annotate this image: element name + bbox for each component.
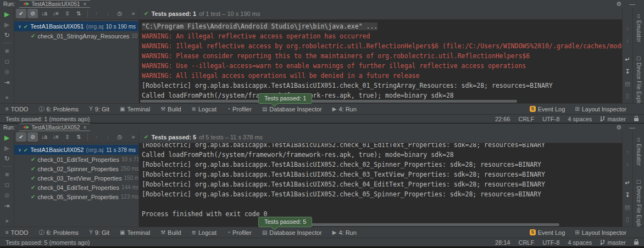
scroll-down-icon[interactable]: ↓ [626, 160, 629, 167]
test-tree-item[interactable]: ✔ check_01_StringArray_Resources 10 s 19… [14, 31, 138, 41]
sort-alphabetically-icon[interactable]: ↓a [39, 132, 49, 142]
clear-console-icon[interactable]: ▯ [626, 92, 629, 99]
test-tree-item[interactable]: ✔ check_05_Spinner_Properties 123 ms [14, 192, 138, 201]
dock-todo[interactable]: ≡ TODO [5, 229, 28, 236]
dump-threads-icon[interactable]: ⇥ [2, 78, 12, 86]
separator[interactable] [87, 10, 88, 18]
indent-setting[interactable]: 4 spaces [568, 239, 592, 246]
test-tree-item[interactable]: ✔ check_01_EditText_Properties 10 s 711 … [14, 155, 138, 164]
dock-run[interactable]: ▶ 4: Run [332, 229, 357, 236]
dock-logcat[interactable]: ≣ Logcat [192, 105, 216, 113]
dock-terminal[interactable]: ▣ Terminal [120, 105, 150, 113]
run-tab[interactable]: TestA1BasicUIX052 × [19, 123, 90, 131]
more-options-icon[interactable]: » [2, 217, 12, 225]
screenshot-icon[interactable]: ◘ [2, 181, 12, 189]
more-options-icon[interactable]: » [2, 94, 12, 102]
stripe-emulator[interactable]: ▯ Emulator [636, 13, 642, 42]
dock-profiler[interactable]: ◔ Profiler [227, 229, 252, 236]
dock-run[interactable]: ▶ 4: Run [332, 105, 357, 113]
dock-profiler[interactable]: ◔ Profiler [227, 105, 252, 113]
toggle-auto-test-icon[interactable]: ↻ [2, 31, 12, 39]
close-tab-icon[interactable]: × [84, 125, 87, 131]
layout-inspector-button[interactable]: ⊞ Layout Inspector [575, 106, 626, 112]
scroll-down-icon[interactable]: ↓ [626, 37, 629, 43]
scroll-up-icon[interactable]: ↑ [626, 25, 629, 32]
stripe-emulator[interactable]: ▯ Emulator [636, 137, 642, 166]
rerun-failed-tests-icon[interactable]: ▶ [2, 21, 12, 29]
chevron-down-icon[interactable]: ∨ [18, 24, 21, 29]
line-separator[interactable]: CRLF [518, 116, 534, 122]
close-tab-icon[interactable]: × [84, 1, 87, 7]
line-separator[interactable]: CRLF [518, 239, 534, 246]
dock-problems[interactable]: ⓘ 6: Problems [38, 105, 79, 113]
separator[interactable] [3, 166, 12, 167]
previous-failed-test-icon[interactable]: ↑ [91, 132, 102, 142]
rerun-failed-tests-icon[interactable]: ▶ [2, 144, 12, 152]
rerun-tests-icon[interactable]: ▶ [2, 134, 12, 142]
collapse-all-icon[interactable]: ⇅ [74, 132, 84, 142]
event-log-button[interactable]: 5 Event Log [530, 106, 565, 112]
git-branch-widget[interactable]: master [600, 116, 626, 122]
horizontal-scrollbar[interactable] [140, 100, 517, 103]
dock-terminal[interactable]: ▣ Terminal [120, 229, 150, 236]
test-tree-root[interactable]: ∨ ✔ TestA1BasicUIX052 (org.aplas.basica … [14, 145, 138, 155]
horizontal-scrollbar[interactable] [308, 223, 559, 226]
dock-logcat[interactable]: ≣ Logcat [192, 229, 216, 236]
scroll-to-end-icon[interactable]: ↧ [625, 191, 630, 199]
more-icon[interactable]: » [128, 9, 138, 18]
lock-icon[interactable] [634, 241, 639, 245]
scroll-up-icon[interactable]: ↑ [626, 149, 629, 155]
next-failed-test-icon[interactable]: ↓ [103, 9, 113, 18]
print-icon[interactable]: ▤ [625, 80, 630, 87]
settings-gear-icon[interactable]: ⚙ [616, 124, 621, 131]
test-tree-item[interactable]: ✔ check_03_TextView_Properties 150 ms [14, 173, 138, 183]
dock-build[interactable]: ⚒ Build [160, 229, 181, 236]
dock-git[interactable]: Y 9: Git [89, 105, 109, 113]
more-icon[interactable]: » [128, 132, 138, 142]
lock-icon[interactable] [634, 118, 639, 121]
console-output[interactable]: [Robolectric] org.aplas.basicappx.TestA1… [139, 143, 622, 227]
test-tree-root[interactable]: ∨ ✔ TestA1BasicUIX051 (org.aplas.basica … [14, 21, 138, 31]
caret-position[interactable]: 28:14 [495, 239, 510, 246]
sort-by-duration-icon[interactable]: ↓≡ [51, 9, 61, 18]
git-branch-widget[interactable]: master [600, 239, 626, 246]
settings-gear-icon[interactable]: ⚙ [616, 1, 621, 8]
dock-problems[interactable]: ⓘ 6: Problems [38, 229, 79, 236]
dock-todo[interactable]: ≡ TODO [5, 105, 28, 113]
show-ignored-icon[interactable]: ⊘ [27, 9, 38, 18]
test-history-icon[interactable]: ◷ [114, 132, 125, 142]
soft-wrap-icon[interactable]: ↵ [625, 56, 630, 63]
stop-icon[interactable]: ■ [2, 171, 12, 178]
test-tree-item[interactable]: ✔ check_04_EditText_Properties 144 ms [14, 183, 138, 192]
stop-icon[interactable]: ■ [2, 47, 12, 55]
show-ignored-icon[interactable]: ⊘ [27, 132, 38, 142]
console-output[interactable]: "C:\Program Files\Android\Android Studio… [139, 20, 622, 103]
clear-console-icon[interactable]: ▯ [626, 216, 629, 223]
sort-by-duration-icon[interactable]: ↓≡ [51, 132, 61, 142]
dock-database-inspector[interactable]: ▤ Database Inspector [262, 105, 322, 113]
test-tree-item[interactable]: ✔ check_02_Spinner_Properties 250 ms [14, 164, 138, 173]
dock-git[interactable]: Y 9: Git [89, 229, 109, 236]
show-passed-icon[interactable]: ✔ [16, 9, 26, 18]
test-history-icon[interactable]: ◷ [114, 9, 125, 18]
separator[interactable] [87, 133, 88, 141]
dump-threads-icon[interactable]: ⇥ [2, 202, 12, 210]
expand-all-icon[interactable]: ⇳ [62, 132, 73, 142]
file-encoding[interactable]: UTF-8 [542, 239, 559, 246]
chevron-down-icon[interactable]: ∨ [18, 148, 21, 153]
show-passed-icon[interactable]: ✔ [16, 132, 26, 142]
attach-debugger-icon[interactable]: ⊛ [2, 68, 12, 76]
hide-tool-window-icon[interactable]: — [629, 124, 635, 131]
toggle-auto-test-icon[interactable]: ↻ [2, 155, 12, 162]
rerun-tests-icon[interactable]: ▶ [2, 10, 12, 18]
run-tab[interactable]: TestA1BasicUIX051 × [19, 0, 90, 8]
scroll-to-end-icon[interactable]: ↧ [625, 68, 630, 75]
attach-debugger-icon[interactable]: ⊛ [2, 191, 12, 199]
screenshot-icon[interactable]: ◘ [2, 58, 12, 65]
print-icon[interactable]: ▤ [625, 204, 630, 211]
expand-all-icon[interactable]: ⇳ [62, 9, 73, 18]
file-encoding[interactable]: UTF-8 [542, 116, 559, 122]
dock-database-inspector[interactable]: ▤ Database Inspector [262, 229, 322, 236]
collapse-all-icon[interactable]: ⇅ [74, 9, 84, 18]
sort-alphabetically-icon[interactable]: ↓a [39, 9, 49, 18]
